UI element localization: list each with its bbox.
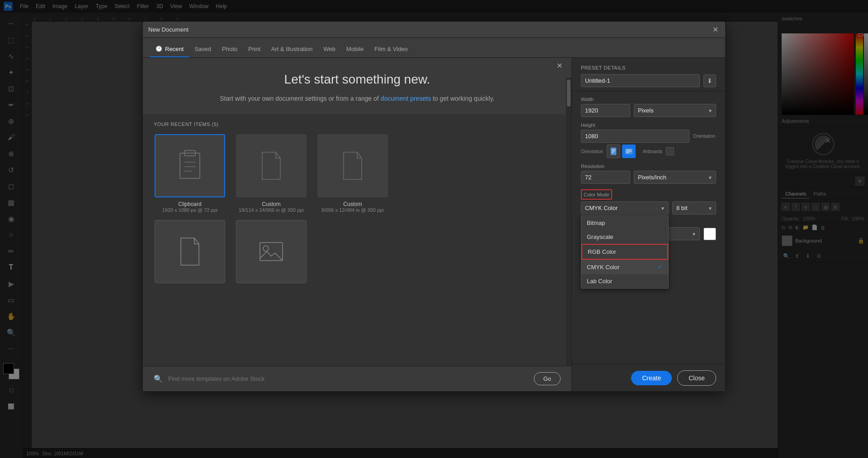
recent-thumb-sm-2 <box>236 220 307 283</box>
tab-photo[interactable]: Photo <box>217 41 243 57</box>
recent-item-custom1[interactable]: Custom 18/114 x 24/966 in @ 300 ppi <box>235 134 307 213</box>
cmyk-label: CMYK Color <box>587 264 619 271</box>
tab-web[interactable]: Web <box>318 41 341 57</box>
lab-label: Lab Color <box>587 278 612 285</box>
dropdown-grayscale[interactable]: Grayscale <box>581 230 668 244</box>
dialog-title: New Document <box>148 26 189 33</box>
dropdown-cmyk[interactable]: CMYK Color ✓ <box>581 260 668 274</box>
resolution-input[interactable] <box>581 171 630 184</box>
dialog-titlebar: New Document ✕ <box>143 22 725 38</box>
width-label: Width <box>581 97 716 102</box>
tab-saved[interactable]: Saved <box>189 41 217 57</box>
tab-film[interactable]: Film & Video <box>369 41 413 57</box>
welcome-title: Let's start something new. <box>154 72 561 87</box>
item-label-clipboard: Clipboard <box>178 201 201 207</box>
dropdown-bitmap[interactable]: Bitmap <box>581 216 668 230</box>
artboards-small-label: Artboards <box>643 149 662 154</box>
create-button[interactable]: Create <box>631 371 672 385</box>
height-label: Height <box>581 122 716 128</box>
bit-depth-select[interactable]: 8 bit 16 bit 32 bit <box>672 201 716 215</box>
recent-thumb-clipboard <box>155 134 225 197</box>
orientation-buttons <box>607 145 636 158</box>
height-field-group: Height Orientation Orientation <box>581 122 716 158</box>
resolution-field-row: Pixels/Inch Pixels/Centimeter ▼ <box>581 171 716 184</box>
preset-details-label: PRESET DETAILS <box>581 65 716 70</box>
recent-item-sm-2[interactable] <box>235 220 307 283</box>
clipboard-icon <box>176 148 203 184</box>
clock-icon: 🕐 <box>156 46 162 52</box>
color-mode-label-outlined: Color Mode <box>581 189 612 200</box>
dropdown-lab[interactable]: Lab Color <box>581 274 668 288</box>
recent-items-grid: Clipboard 1920 x 1080 px @ 72 ppi Custom <box>154 134 561 213</box>
tab-mobile[interactable]: Mobile <box>341 41 369 57</box>
tab-art[interactable]: Art & Illustration <box>266 41 318 57</box>
image-doc-icon <box>258 240 285 263</box>
dialog-footer: Create Close <box>572 364 725 391</box>
close-button[interactable]: Close <box>677 370 716 386</box>
svg-rect-5 <box>260 243 283 261</box>
width-field-row: Pixels Inches Centimeters Millimeters Po… <box>581 104 716 117</box>
width-input[interactable] <box>581 104 630 117</box>
recent-item-custom2[interactable]: Custom 9/056 x 12/484 in @ 300 ppi <box>316 134 389 213</box>
height-field-row: Orientation <box>581 130 716 143</box>
tab-art-label: Art & Illustration <box>271 46 313 52</box>
color-mode-select[interactable]: CMYK Color Bitmap Grayscale RGB Color La… <box>581 201 669 215</box>
recent-thumb-custom1 <box>236 134 307 197</box>
recent-items-row2 <box>154 220 561 283</box>
tab-film-label: Film & Video <box>374 46 407 52</box>
item-label-custom1: Custom <box>262 201 280 207</box>
tab-print-label: Print <box>248 46 260 52</box>
tab-saved-label: Saved <box>194 46 211 52</box>
bit-depth-wrapper: 8 bit 16 bit 32 bit ▼ <box>672 201 716 215</box>
recent-thumb-sm-1 <box>155 220 225 283</box>
color-mode-label: Color Mode <box>584 192 609 197</box>
tab-recent-label: Recent <box>165 46 184 52</box>
welcome-text-after: to get working quickly. <box>433 95 495 102</box>
document-presets-link[interactable]: document presets <box>381 95 431 102</box>
search-input[interactable] <box>168 375 528 382</box>
item-label-custom2: Custom <box>343 201 362 207</box>
scroll-bar[interactable] <box>566 78 571 366</box>
width-unit-wrapper: Pixels Inches Centimeters Millimeters Po… <box>634 104 716 117</box>
resolution-field-group: Resolution Pixels/Inch Pixels/Centimeter… <box>581 164 716 184</box>
dialog-left-panel: ✕ Let's start something new. Start with … <box>143 58 571 391</box>
search-area: 🔍 Go <box>143 366 571 391</box>
landscape-icon <box>625 148 633 154</box>
tab-mobile-label: Mobile <box>346 46 363 52</box>
search-icon: 🔍 <box>154 374 163 383</box>
custom-doc-icon-2 <box>341 150 364 182</box>
width-unit-select[interactable]: Pixels Inches Centimeters Millimeters Po… <box>634 104 716 117</box>
content-close-button[interactable]: ✕ <box>557 61 562 70</box>
preset-name-input[interactable] <box>581 74 700 87</box>
preset-save-button[interactable]: ⬇ <box>703 75 716 87</box>
artboards-checkbox[interactable] <box>666 147 674 155</box>
bg-color-swatch[interactable] <box>703 228 716 240</box>
tab-print[interactable]: Print <box>243 41 266 57</box>
preset-name-row: ⬇ <box>581 74 716 87</box>
color-mode-select-wrapper: CMYK Color Bitmap Grayscale RGB Color La… <box>581 201 669 215</box>
scroll-thumb <box>567 79 571 107</box>
dialog-close-button[interactable]: ✕ <box>711 25 720 34</box>
resolution-label: Resolution <box>581 164 716 169</box>
recent-item-clipboard[interactable]: Clipboard 1920 x 1080 px @ 72 ppi <box>154 134 226 213</box>
dialog-content: ✕ Let's start something new. Start with … <box>143 58 725 391</box>
portrait-button[interactable] <box>607 145 620 158</box>
resolution-unit-select[interactable]: Pixels/Inch Pixels/Centimeter <box>634 171 716 184</box>
svg-rect-0 <box>180 153 200 178</box>
resolution-unit-wrapper: Pixels/Inch Pixels/Centimeter ▼ <box>634 171 716 184</box>
recent-items-section: YOUR RECENT ITEMS (5) <box>143 114 571 366</box>
item-meta-custom1: 18/114 x 24/966 in @ 300 ppi <box>239 207 304 213</box>
item-meta-clipboard: 1920 x 1080 px @ 72 ppi <box>162 207 217 213</box>
dropdown-rgb[interactable]: RGB Color <box>581 244 668 260</box>
orient-label-text: Orientation <box>693 134 715 139</box>
svg-point-6 <box>263 246 269 251</box>
recent-item-sm-1[interactable] <box>154 220 226 283</box>
height-input[interactable] <box>581 130 689 143</box>
new-document-dialog: New Document ✕ 🕐 Recent Saved Photo Prin… <box>142 21 726 392</box>
rgb-label: RGB Color <box>588 248 616 255</box>
landscape-button[interactable] <box>622 145 636 158</box>
recent-thumb-custom2 <box>317 134 388 197</box>
orientation-label: Orientation <box>693 134 715 139</box>
tab-recent[interactable]: 🕐 Recent <box>150 41 189 57</box>
search-go-button[interactable]: Go <box>534 372 561 385</box>
